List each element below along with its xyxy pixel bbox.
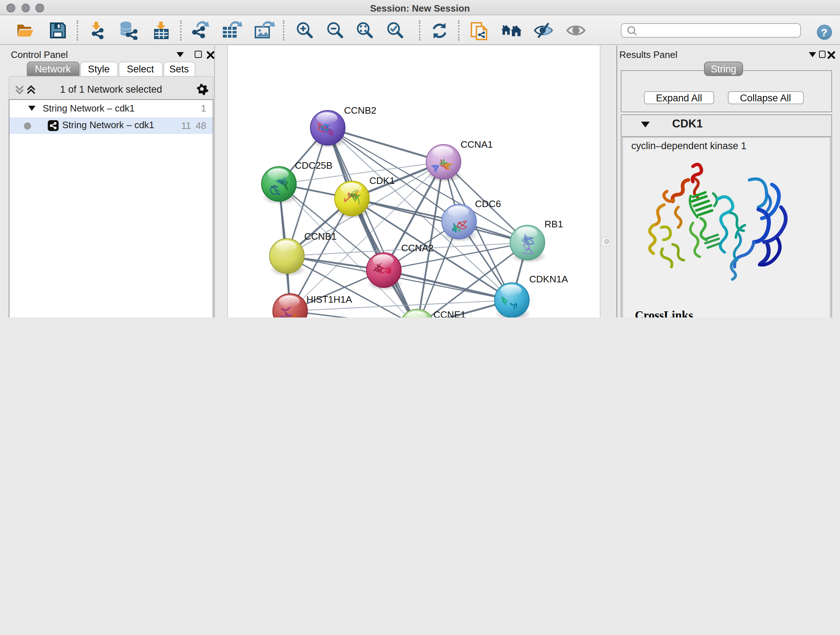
svg-text:CDC25B: CDC25B: [295, 160, 332, 171]
svg-text:CDKN1A: CDKN1A: [529, 274, 568, 285]
svg-text:CCNA1: CCNA1: [461, 139, 493, 150]
svg-text:HIST1H1A: HIST1H1A: [306, 294, 352, 305]
svg-text:CDK1: CDK1: [369, 175, 395, 186]
svg-text:CCNE1: CCNE1: [433, 309, 466, 318]
svg-text:CCNB1: CCNB1: [304, 231, 336, 242]
svg-text:CCNA2: CCNA2: [401, 242, 433, 253]
svg-text:CDC6: CDC6: [475, 198, 501, 209]
svg-text:CCNB2: CCNB2: [344, 105, 376, 116]
svg-text:RB1: RB1: [545, 219, 563, 230]
